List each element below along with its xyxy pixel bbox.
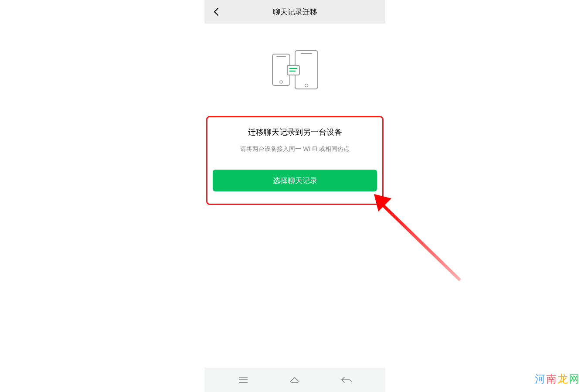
svg-point-2 [280,81,282,83]
home-icon [289,376,300,384]
nav-back-icon [341,376,352,384]
svg-point-5 [305,84,308,87]
back-chevron-icon [214,7,219,16]
transfer-illustration [204,50,385,90]
recent-apps-icon [238,376,248,384]
nav-back-button[interactable] [329,376,364,384]
system-nav-bar [204,368,385,392]
watermark: 河南龙网 [535,372,580,386]
select-button-label: 选择聊天记录 [273,176,317,186]
home-button[interactable] [277,376,312,384]
back-button[interactable] [204,0,228,24]
watermark-char-2: 南 [546,373,557,385]
transfer-title: 迁移聊天记录到另一台设备 [213,127,377,137]
select-chat-records-button[interactable]: 选择聊天记录 [213,170,377,191]
recent-apps-button[interactable] [226,376,261,384]
svg-rect-6 [287,65,299,75]
phone-transfer-icon [269,50,321,90]
transfer-subtitle: 请将两台设备接入同一 Wi-Fi 或相同热点 [213,145,377,153]
header-bar: 聊天记录迁移 [204,0,385,24]
watermark-char-1: 河 [535,373,546,385]
svg-marker-14 [381,204,461,281]
page-title: 聊天记录迁移 [204,7,385,17]
watermark-char-3: 龙 [557,373,569,385]
watermark-char-4: 网 [569,373,580,385]
content-area: 迁移聊天记录到另一台设备 请将两台设备接入同一 Wi-Fi 或相同热点 选择聊天… [204,24,385,205]
phone-screen: 聊天记录迁移 迁移聊天记录到另一台设备 请将两台设备接入同一 Wi-Fi 或相同… [204,0,385,392]
annotation-arrow [374,194,470,292]
highlighted-section: 迁移聊天记录到另一台设备 请将两台设备接入同一 Wi-Fi 或相同热点 选择聊天… [206,116,384,205]
